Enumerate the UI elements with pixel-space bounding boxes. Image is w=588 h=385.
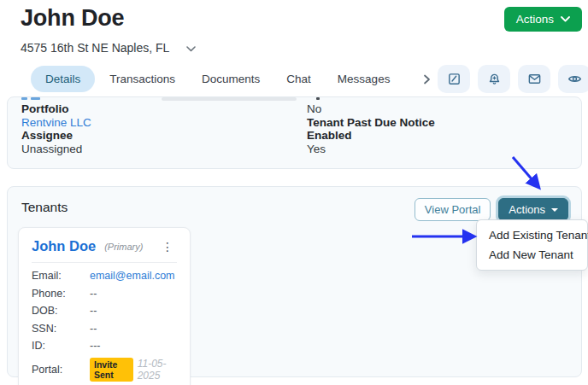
- tab-bar: Details Transactions Documents Chat Mess…: [31, 65, 581, 93]
- menu-item-add-existing-tenant[interactable]: Add Existing Tenant: [477, 225, 587, 245]
- tenant-field-dob: DOB: --: [32, 305, 177, 317]
- eye-icon: [567, 72, 582, 86]
- page-title: John Doe: [21, 5, 124, 32]
- tenant-name-link[interactable]: John Doe: [32, 238, 96, 254]
- email-link[interactable]: email@email.com: [90, 270, 175, 282]
- phone-value: --: [90, 288, 97, 300]
- tenant-field-phone: Phone: --: [32, 288, 177, 300]
- menu-item-add-new-tenant[interactable]: Add New Tenant: [477, 245, 587, 265]
- header-actions-button[interactable]: Actions: [504, 7, 582, 32]
- tenants-actions-button[interactable]: Actions: [498, 198, 568, 221]
- details-panel: Portfolio Rentvine LLC Assignee Unassign…: [7, 96, 582, 169]
- tab-transactions[interactable]: Transactions: [109, 66, 175, 92]
- watch-button[interactable]: [558, 65, 588, 93]
- id-value: ---: [90, 340, 101, 352]
- tenant-field-id: ID: ---: [32, 340, 177, 352]
- clipped-content: [31, 97, 40, 100]
- chevron-down-icon: [561, 16, 570, 22]
- tab-chat[interactable]: Chat: [286, 66, 311, 92]
- address-chevron-down-icon[interactable]: [186, 41, 196, 55]
- tab-documents[interactable]: Documents: [202, 66, 260, 92]
- divider: [32, 262, 177, 263]
- tenant-field-ssn: SSN: --: [32, 323, 177, 335]
- tenants-panel: Tenants View Portal Actions John Doe (Pr…: [7, 186, 582, 377]
- contact-page: John Doe 4575 16th St NE Naples, FL Acti…: [0, 0, 588, 385]
- note-edit-icon: [447, 72, 462, 86]
- tenant-field-email: Email: email@email.com: [32, 270, 177, 282]
- dob-value: --: [90, 305, 97, 317]
- past-due-notice-label-line1: Tenant Past Due Notice: [307, 116, 435, 130]
- portfolio-link[interactable]: Rentvine LLC: [21, 116, 91, 130]
- note-edit-button[interactable]: [438, 65, 470, 93]
- portfolio-label: Portfolio: [21, 102, 91, 116]
- dob-label: DOB:: [32, 305, 90, 317]
- bell-plus-icon: [487, 72, 502, 86]
- past-due-notice-value: Yes: [307, 143, 435, 156]
- id-label: ID:: [32, 340, 90, 352]
- kebab-menu-icon[interactable]: ⋮: [158, 239, 177, 254]
- phone-label: Phone:: [32, 288, 90, 300]
- detail-value-no: No: [307, 102, 435, 116]
- email-button[interactable]: [518, 65, 550, 93]
- header-actions-label: Actions: [516, 13, 554, 26]
- assignee-value: Unassigned: [21, 143, 91, 156]
- past-due-notice-label-line2: Enabled: [307, 129, 435, 143]
- quick-action-icons: [438, 65, 588, 93]
- invite-sent-badge: Invite Sent: [90, 358, 133, 382]
- invite-sent-date: 11-05-2025: [138, 358, 177, 382]
- ssn-value: --: [90, 323, 97, 335]
- clipped-content: [316, 97, 320, 100]
- portal-label: Portal:: [32, 364, 90, 376]
- property-address: 4575 16th St NE Naples, FL: [21, 41, 169, 55]
- assignee-label: Assignee: [21, 129, 91, 143]
- view-portal-button[interactable]: View Portal: [415, 198, 491, 221]
- tabs-scroll-right-icon[interactable]: [423, 74, 431, 85]
- clipped-content: [162, 97, 297, 101]
- tenant-field-portal: Portal: Invite Sent 11-05-2025: [32, 358, 177, 382]
- notification-add-button[interactable]: [478, 65, 510, 93]
- ssn-label: SSN:: [32, 323, 90, 335]
- tab-details[interactable]: Details: [31, 66, 95, 92]
- tenants-actions-label: Actions: [509, 203, 545, 216]
- tenant-card: John Doe (Primary) ⋮ Email: email@email.…: [18, 227, 191, 385]
- caret-down-icon: [551, 208, 558, 215]
- tenant-primary-tag: (Primary): [104, 242, 143, 252]
- tenants-actions-menu: Add Existing Tenant Add New Tenant: [476, 219, 588, 271]
- envelope-icon: [527, 72, 542, 86]
- clipped-content: [21, 97, 27, 100]
- tenants-section-title: Tenants: [21, 200, 68, 215]
- email-label: Email:: [32, 270, 90, 282]
- tab-messages[interactable]: Messages: [338, 66, 391, 92]
